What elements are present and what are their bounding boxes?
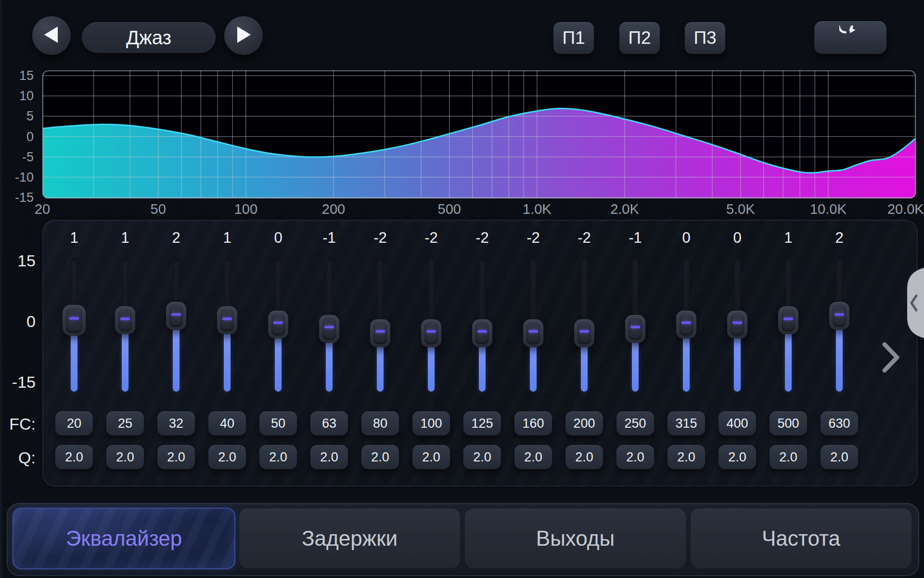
y-tick-label: 10	[0, 89, 34, 103]
thumb-inner	[629, 318, 642, 340]
band-gain-value: -2	[508, 229, 559, 247]
tab-bar: Эквалайзер Задержки Выходы Частота	[7, 503, 919, 576]
memory-preset-1-label: П1	[562, 28, 585, 48]
x-tick-label: 5.0K	[726, 201, 755, 217]
thumb-inner	[578, 322, 591, 344]
tab-outputs-label: Выходы	[536, 526, 615, 551]
preset-name-display[interactable]: Джаз	[82, 22, 216, 53]
band-slider-thumb[interactable]	[574, 319, 594, 347]
band-gain-value: -1	[610, 229, 661, 247]
tab-outputs[interactable]: Выходы	[465, 509, 686, 568]
band-gain-value: -2	[355, 229, 406, 247]
eq-band-500: 15002.0	[763, 221, 814, 486]
band-slider-thumb[interactable]	[63, 305, 86, 336]
band-q-button[interactable]: 2.0	[667, 445, 705, 469]
y-tick-label: -15	[0, 190, 34, 205]
band-q-button[interactable]: 2.0	[616, 445, 654, 469]
band-q-button[interactable]: 2.0	[259, 445, 297, 469]
band-fc-button[interactable]: 20	[55, 411, 93, 435]
band-fc-button[interactable]: 400	[719, 411, 756, 435]
preset-prev-button[interactable]	[32, 16, 71, 55]
y-tick-label: 5	[0, 109, 34, 123]
band-q-button[interactable]: 2.0	[821, 445, 858, 469]
band-q-button[interactable]: 2.0	[463, 445, 501, 469]
band-slider-thumb[interactable]	[217, 306, 237, 334]
band-fc-button[interactable]: 63	[310, 411, 348, 435]
tab-delays[interactable]: Задержки	[239, 509, 460, 568]
band-slider-thumb[interactable]	[778, 306, 798, 334]
band-q-button[interactable]: 2.0	[719, 445, 756, 469]
memory-preset-2-button[interactable]: П2	[619, 22, 660, 54]
band-q-button[interactable]: 2.0	[412, 445, 450, 469]
tab-frequency[interactable]: Частота	[691, 509, 911, 568]
preset-next-button[interactable]	[224, 16, 263, 55]
band-slider-thumb[interactable]	[166, 302, 186, 330]
band-q-button[interactable]: 2.0	[310, 445, 348, 469]
band-fc-button[interactable]: 25	[106, 411, 144, 435]
tab-equalizer[interactable]: Эквалайзер	[13, 508, 235, 569]
thumb-dash-icon	[732, 322, 742, 324]
band-fc-button[interactable]: 40	[208, 411, 246, 435]
x-tick-label: 1.0K	[523, 201, 552, 217]
eq-band-50: 0502.0	[253, 221, 304, 486]
graph-y-axis: 151050-5-10-15	[0, 70, 36, 198]
eq-band-125: -21252.0	[457, 221, 508, 486]
band-gain-value: -2	[406, 229, 457, 247]
band-slider-thumb[interactable]	[472, 319, 492, 347]
eq-band-160: -21602.0	[508, 221, 559, 486]
thumb-dash-icon	[579, 330, 589, 332]
band-fc-button[interactable]: 32	[157, 411, 195, 435]
band-slider-thumb[interactable]	[829, 302, 849, 330]
band-gain-value: 2	[814, 229, 865, 247]
band-q-button[interactable]: 2.0	[208, 445, 246, 469]
thumb-dash-icon	[324, 326, 334, 328]
band-slider-thumb[interactable]	[370, 319, 390, 347]
band-q-button[interactable]: 2.0	[770, 445, 807, 469]
thumb-dash-icon	[120, 317, 130, 320]
band-slider-thumb[interactable]	[727, 311, 747, 339]
band-slider-thumb[interactable]	[421, 319, 441, 347]
band-fc-button[interactable]: 315	[667, 411, 705, 435]
thumb-inner	[220, 309, 234, 331]
thumb-dash-icon	[477, 330, 487, 332]
band-fc-button[interactable]: 125	[463, 411, 501, 435]
thumb-inner	[782, 309, 795, 331]
eq-band-32: 2322.0	[151, 221, 202, 486]
band-fc-button[interactable]: 250	[616, 411, 654, 435]
band-slider-thumb[interactable]	[268, 311, 288, 339]
band-q-button[interactable]: 2.0	[106, 445, 144, 469]
thumb-dash-icon	[375, 330, 385, 332]
thumb-inner	[680, 314, 693, 336]
band-fc-button[interactable]: 160	[514, 411, 552, 435]
band-fc-button[interactable]: 500	[770, 411, 807, 435]
band-fc-button[interactable]: 50	[259, 411, 297, 435]
band-q-button[interactable]: 2.0	[157, 445, 195, 469]
band-fc-button[interactable]: 200	[565, 411, 603, 435]
band-q-button[interactable]: 2.0	[565, 445, 603, 469]
band-slider-thumb[interactable]	[676, 311, 696, 339]
thumb-inner	[373, 322, 387, 344]
x-tick-label: 50	[151, 201, 166, 217]
reset-button[interactable]	[814, 21, 886, 54]
x-tick-label: 200	[322, 201, 345, 217]
gain-scale-bottom-label: -15	[0, 373, 36, 392]
side-panel-pull-tab[interactable]	[896, 268, 924, 338]
memory-preset-1-button[interactable]: П1	[553, 22, 594, 54]
more-bands-button[interactable]	[882, 342, 901, 373]
memory-preset-3-button[interactable]: П3	[685, 22, 725, 54]
thumb-inner	[169, 305, 183, 327]
band-q-button[interactable]: 2.0	[361, 445, 399, 469]
band-slider-thumb[interactable]	[625, 315, 645, 343]
band-slider-thumb[interactable]	[115, 306, 135, 334]
band-q-button[interactable]: 2.0	[55, 445, 93, 469]
eq-band-315: 03152.0	[661, 221, 712, 486]
band-slider-thumb[interactable]	[319, 315, 339, 343]
band-slider-thumb[interactable]	[523, 319, 543, 347]
band-fc-button[interactable]: 630	[821, 411, 858, 435]
band-q-button[interactable]: 2.0	[514, 445, 552, 469]
tab-frequency-label: Частота	[762, 526, 840, 551]
band-fc-button[interactable]: 80	[361, 411, 399, 435]
band-gain-value: 1	[763, 229, 814, 247]
equalizer-screen: Джаз П1 П2 П3 151050-5-10-15 20501002005…	[0, 0, 924, 578]
band-fc-button[interactable]: 100	[412, 411, 450, 435]
